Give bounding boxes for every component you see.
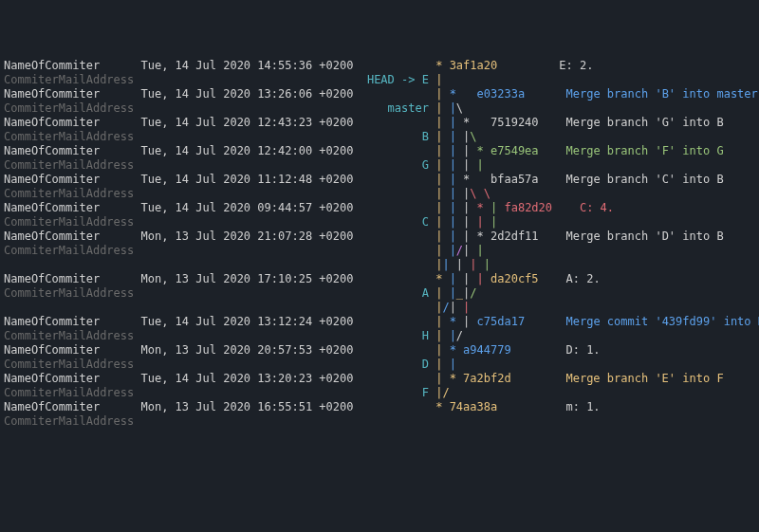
committer-email: CommiterMailAddress xyxy=(4,286,141,300)
graph-char: | xyxy=(450,101,456,115)
graph-char: | xyxy=(450,215,463,229)
commit-message: D: 1. xyxy=(565,343,600,357)
committer-email: CommiterMailAddress xyxy=(4,386,141,399)
graph-char: | xyxy=(435,144,449,157)
graph-char: | xyxy=(435,101,449,115)
graph-char: | xyxy=(442,258,455,271)
committer-email: CommiterMailAddress xyxy=(4,158,141,172)
graph-char: | xyxy=(463,244,476,257)
graph-char: | xyxy=(450,329,456,342)
commit-date: Tue, 14 Jul 2020 09:44:57 +0200 xyxy=(141,201,354,214)
graph-char: * xyxy=(463,116,491,129)
commit-date: Tue, 14 Jul 2020 13:12:24 +0200 xyxy=(141,315,354,328)
graph-char: | xyxy=(477,272,491,285)
graph-char: | xyxy=(435,116,449,129)
commit-line-2: CommiterMailAddress HEAD -> E | xyxy=(4,73,755,87)
commit-line: NameOfCommiter Tue, 14 Jul 2020 12:43:23… xyxy=(4,116,755,130)
committer-name: NameOfCommiter xyxy=(4,372,141,385)
graph-char: | xyxy=(435,73,442,86)
commit-line: NameOfCommiter Tue, 14 Jul 2020 14:55:36… xyxy=(4,59,755,73)
commit-date: Tue, 14 Jul 2020 12:42:00 +0200 xyxy=(141,144,354,157)
committer-email: CommiterMailAddress xyxy=(4,130,141,143)
committer-email: CommiterMailAddress xyxy=(4,329,141,342)
commit-line-2: CommiterMailAddress xyxy=(4,414,755,429)
commit-message: Merge branch 'F' into G xyxy=(565,144,723,157)
graph-char: | xyxy=(450,130,463,143)
graph-char: * xyxy=(463,173,491,186)
commit-date: Tue, 14 Jul 2020 14:55:36 +0200 xyxy=(141,59,354,72)
committer-email: CommiterMailAddress xyxy=(4,101,141,115)
ref-spacer xyxy=(361,315,429,328)
commit-date: Tue, 14 Jul 2020 12:43:23 +0200 xyxy=(141,116,354,129)
graph-char: _ xyxy=(456,286,463,300)
committer-name: NameOfCommiter xyxy=(4,144,141,157)
commit-hash: 2d2df11 xyxy=(491,229,539,243)
committer-name: NameOfCommiter xyxy=(4,59,141,72)
graph-char: * xyxy=(450,343,463,357)
graph-char: | xyxy=(463,215,476,229)
commit-message: Merge branch 'G' into B xyxy=(565,116,723,129)
ref-name: D xyxy=(361,358,429,371)
commit-hash: c75da17 xyxy=(477,315,526,328)
commit-line: NameOfCommiter Tue, 14 Jul 2020 09:44:57… xyxy=(4,201,755,215)
graph-char: | xyxy=(450,201,463,214)
commit-line-2: CommiterMailAddress A | |_|/ xyxy=(4,286,755,301)
graph-char: \ xyxy=(456,101,463,115)
ref-name xyxy=(361,187,429,200)
commit-line-2: CommiterMailAddress G | | | | xyxy=(4,158,755,173)
graph-char: | xyxy=(450,358,456,371)
ref-spacer xyxy=(361,201,429,214)
graph-char: * xyxy=(450,372,463,385)
ref-name: C xyxy=(361,215,429,229)
graph-char: * xyxy=(477,229,491,243)
commit-date: Mon, 13 Jul 2020 16:55:51 +0200 xyxy=(141,400,354,413)
graph-char: | xyxy=(435,187,449,200)
ref-spacer xyxy=(361,400,429,413)
graph-char: | xyxy=(456,258,470,271)
graph-char: * xyxy=(435,400,449,413)
committer-name: NameOfCommiter xyxy=(4,272,141,285)
graph-char: | xyxy=(463,144,476,157)
graph-char: * xyxy=(450,87,477,101)
graph-char: | xyxy=(435,372,449,385)
commit-message: E: 2. xyxy=(559,59,593,72)
graph-char: | xyxy=(450,286,456,300)
graph-char: | xyxy=(450,301,463,314)
committer-name: NameOfCommiter xyxy=(4,87,141,101)
commit-hash: bfaa57a xyxy=(491,173,539,186)
graph-char: / xyxy=(456,329,463,342)
commit-date: Mon, 13 Jul 2020 20:57:53 +0200 xyxy=(141,343,354,357)
committer-name: NameOfCommiter xyxy=(4,201,141,214)
graph-char: * xyxy=(477,201,491,214)
graph-char: | xyxy=(450,244,456,257)
commit-hash: e7549ea xyxy=(491,144,539,157)
graph-char: | xyxy=(491,201,504,214)
graph-char: | xyxy=(450,187,463,200)
committer-email: CommiterMailAddress xyxy=(4,414,141,428)
graph-char: | xyxy=(435,358,449,371)
commit-line-2: CommiterMailAddress C | | | | | xyxy=(4,215,755,229)
graph-char: | xyxy=(435,87,449,101)
graph-char: | xyxy=(435,158,449,172)
commit-line: NameOfCommiter Mon, 13 Jul 2020 20:57:53… xyxy=(4,343,755,358)
graph-char: | xyxy=(463,301,470,314)
graph-char: * xyxy=(435,59,449,72)
ref-name: A xyxy=(361,286,429,300)
graph-char: | xyxy=(435,244,449,257)
ref-spacer xyxy=(361,87,429,101)
commit-line-2: CommiterMailAddress D | | xyxy=(4,358,755,372)
graph-char: \ \ xyxy=(470,187,491,200)
committer-name: NameOfCommiter xyxy=(4,116,141,129)
commit-message: Merge branch 'D' into B xyxy=(565,229,723,243)
commit-message: A: 2. xyxy=(565,272,600,285)
graph-char: | xyxy=(484,258,491,271)
graph-char: / xyxy=(442,386,449,399)
ref-spacer xyxy=(361,59,429,72)
commit-hash: e03233a xyxy=(477,87,526,101)
graph-char: | xyxy=(450,173,463,186)
graph-char: | xyxy=(463,201,476,214)
committer-email: CommiterMailAddress xyxy=(4,73,141,86)
graph-char: | xyxy=(435,329,449,342)
graph-char: | xyxy=(435,343,449,357)
commit-line: NameOfCommiter Mon, 13 Jul 2020 16:55:51… xyxy=(4,400,755,414)
